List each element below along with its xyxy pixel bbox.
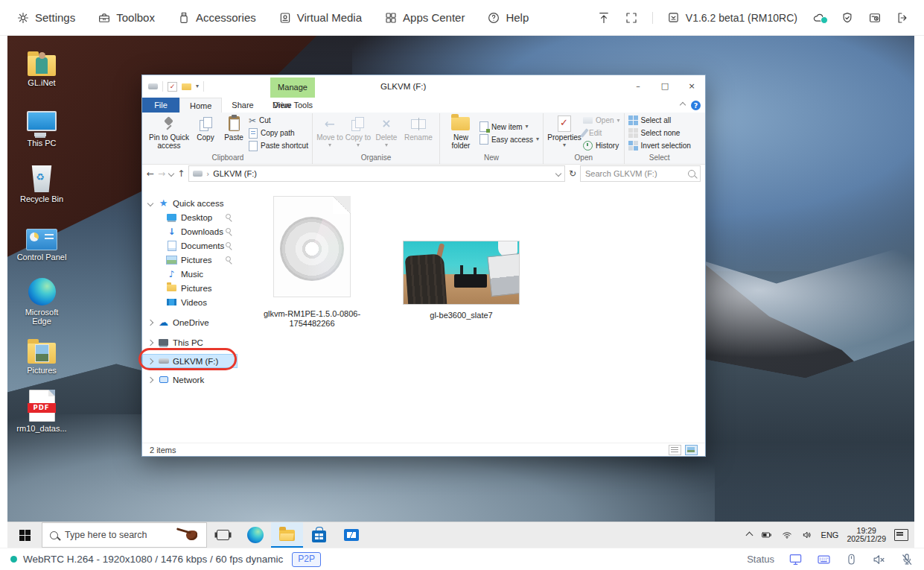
desktop-icon-pictures[interactable]: Pictures <box>15 332 68 375</box>
qat-caret-icon[interactable]: ▾ <box>196 83 199 89</box>
select-all-button[interactable]: Select all <box>628 115 691 127</box>
tab-home[interactable]: Home <box>179 98 222 113</box>
cut-button[interactable]: ✂ Cut <box>249 115 308 127</box>
firmware-version[interactable]: V1.6.2 beta1 (RM10RC) <box>667 11 797 24</box>
microphone-mute-button[interactable] <box>900 553 914 566</box>
large-icons-view-button[interactable] <box>685 445 698 455</box>
fullscreen-button[interactable] <box>625 11 638 25</box>
nav-item-this-pc[interactable]: This PC <box>142 335 238 349</box>
close-button[interactable]: × <box>678 75 705 98</box>
drive-qat-icon[interactable] <box>148 83 158 89</box>
task-view-button[interactable] <box>207 522 239 548</box>
tray-expand-icon[interactable] <box>745 531 753 539</box>
volume-indicator[interactable] <box>801 530 813 540</box>
battery-indicator[interactable] <box>760 530 773 540</box>
paste-button[interactable]: Paste <box>220 113 247 142</box>
history-button[interactable]: History <box>583 140 619 152</box>
desktop-icon-pdf[interactable]: PDF rm10_datas... <box>15 390 68 433</box>
tab-drive-tools[interactable]: Drive Tools <box>270 98 315 113</box>
language-indicator[interactable]: ENG <box>821 531 839 539</box>
taskbar-store-button[interactable] <box>303 522 335 548</box>
chevron-down-icon[interactable] <box>147 200 153 206</box>
maximize-button[interactable]: □ <box>651 75 678 98</box>
collapse-ribbon-icon[interactable] <box>680 102 686 108</box>
paste-shortcut-button[interactable]: Paste shortcut <box>249 140 308 152</box>
desktop-icon-this-pc[interactable]: This PC <box>15 103 68 148</box>
address-dropdown-icon[interactable] <box>555 171 561 177</box>
copy-path-button[interactable]: Copy path <box>249 127 308 139</box>
manage-contextual-tab[interactable]: Manage <box>270 77 315 98</box>
desktop-icon-recycle-bin[interactable]: ♻ Recycle Bin <box>15 161 68 203</box>
folder-qat-icon[interactable] <box>182 83 191 90</box>
taskbar-clock[interactable]: 19:29 2025/12/29 <box>847 527 886 544</box>
display-status-button[interactable] <box>788 553 803 566</box>
open-button[interactable]: Open ▾ <box>583 115 619 127</box>
keyboard-status-button[interactable] <box>817 553 831 566</box>
mouse-status-button[interactable] <box>845 553 858 566</box>
explorer-search-box[interactable]: Search GLKVM (F:) <box>580 165 701 182</box>
explorer-help-icon[interactable]: ? <box>691 101 701 110</box>
menu-item-apps-center[interactable]: Apps Center <box>384 11 465 25</box>
new-item-button[interactable]: New item ▾ <box>479 121 539 133</box>
nav-item-glkvm-drive[interactable]: GLKVM (F:) <box>142 354 238 368</box>
minimize-button[interactable]: – <box>625 75 651 98</box>
copy-button[interactable]: Copy <box>192 113 219 142</box>
details-view-button[interactable] <box>669 445 681 455</box>
nav-item-onedrive[interactable]: ☁ OneDrive <box>142 315 238 329</box>
nav-item-pictures[interactable]: Pictures <box>142 253 238 267</box>
chevron-right-icon[interactable] <box>147 358 153 364</box>
pin-to-quick-access-button[interactable]: Pin to Quick access <box>147 113 191 150</box>
cloud-button[interactable] <box>812 11 826 25</box>
logout-button[interactable] <box>896 11 909 25</box>
forward-button[interactable]: → <box>158 168 165 179</box>
session-history-button[interactable] <box>868 11 882 25</box>
nav-item-videos[interactable]: Videos <box>142 295 238 309</box>
menu-item-help[interactable]: Help <box>487 11 529 25</box>
recent-locations-icon[interactable] <box>168 171 174 177</box>
refresh-icon[interactable]: ↻ <box>569 168 576 179</box>
wifi-indicator[interactable] <box>781 530 793 540</box>
desktop-icon-control-panel[interactable]: Control Panel <box>15 219 68 262</box>
taskbar-explor-button[interactable] <box>271 522 303 548</box>
invert-selection-button[interactable]: Invert selection <box>628 140 691 152</box>
taskbar-search-box[interactable]: Type here to search <box>42 522 207 548</box>
rename-button[interactable]: Rename <box>401 113 436 142</box>
menu-item-toolbox[interactable]: Toolbox <box>98 11 155 25</box>
taskbar-mail-button[interactable] <box>335 522 367 548</box>
chevron-right-icon[interactable] <box>147 319 153 325</box>
security-button[interactable] <box>841 11 854 25</box>
tab-share[interactable]: Share <box>222 98 263 113</box>
menu-item-accessories[interactable]: Accessories <box>177 11 256 25</box>
file-item-image[interactable]: gl-be3600_slate7 <box>403 241 520 320</box>
up-button[interactable]: ↑ <box>177 168 185 179</box>
upload-button[interactable] <box>597 11 611 25</box>
speaker-mute-button[interactable] <box>872 553 886 566</box>
file-item-iso[interactable]: glkvm-RM1PE-1.5.0-0806-1754482266 <box>249 196 375 329</box>
properties-qat-icon[interactable]: ✓ <box>168 82 177 92</box>
copy-to-button[interactable]: Copy to ▾ <box>345 113 372 148</box>
breadcrumb-location[interactable]: GLKVM (F:) <box>213 169 257 178</box>
move-to-button[interactable]: ← Move to ▾ <box>316 113 343 148</box>
nav-item-documents[interactable]: Documents <box>142 238 238 253</box>
nav-item-desktop[interactable]: Desktop <box>142 210 238 224</box>
taskbar-edge-button[interactable] <box>239 522 271 548</box>
address-breadcrumb[interactable]: › GLKVM (F:) <box>188 165 565 182</box>
new-folder-button[interactable]: New folder <box>444 113 478 150</box>
desktop-icon-edge[interactable]: Microsoft Edge <box>15 274 68 326</box>
chevron-right-icon[interactable] <box>147 339 153 345</box>
easy-access-button[interactable]: Easy access ▾ <box>479 133 539 145</box>
chevron-right-icon[interactable] <box>147 376 153 382</box>
nav-item-quick-access[interactable]: ★ Quick access <box>142 196 238 210</box>
delete-button[interactable]: × Delete ▾ <box>373 113 400 148</box>
properties-button[interactable]: ✓ Properties ▾ <box>547 113 582 148</box>
start-button[interactable] <box>7 522 42 548</box>
tab-file[interactable]: File <box>142 98 179 113</box>
select-none-button[interactable]: Select none <box>628 127 691 139</box>
menu-item-virtual-media[interactable]: Virtual Media <box>278 11 362 25</box>
back-button[interactable]: ← <box>147 168 154 179</box>
action-center-icon[interactable] <box>894 529 908 541</box>
nav-item-network[interactable]: Network <box>142 373 238 387</box>
desktop-icon-glinet[interactable]: GL.iNet <box>15 45 68 87</box>
nav-item-pictures-folder[interactable]: Pictures <box>142 281 238 295</box>
nav-item-downloads[interactable]: ↓ Downloads <box>142 224 238 238</box>
